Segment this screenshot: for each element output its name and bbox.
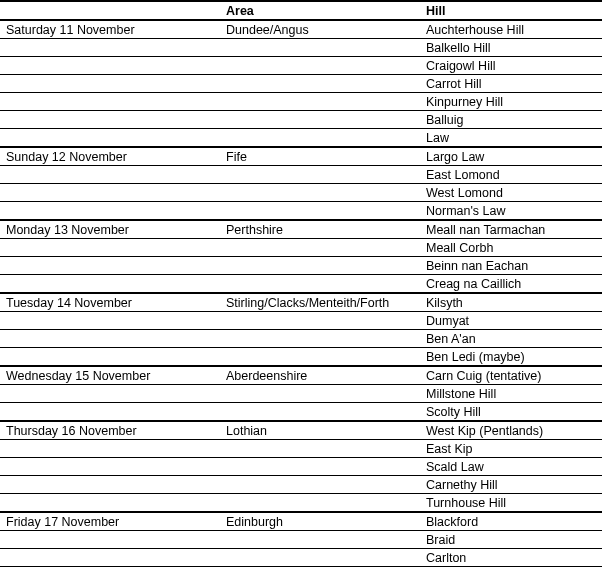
date-cell [0, 129, 220, 148]
area-cell [220, 239, 420, 257]
date-cell [0, 312, 220, 330]
date-cell [0, 239, 220, 257]
date-cell [0, 93, 220, 111]
area-cell [220, 202, 420, 221]
date-cell [0, 39, 220, 57]
area-cell: Lothian [220, 421, 420, 440]
date-cell [0, 531, 220, 549]
area-cell [220, 312, 420, 330]
date-cell [0, 403, 220, 422]
header-hill: Hill [420, 1, 602, 20]
hill-cell: Beinn nan Eachan [420, 257, 602, 275]
table-row: Sunday 12 NovemberFifeLargo Law [0, 147, 602, 166]
area-cell [220, 93, 420, 111]
table-row: Carnethy Hill [0, 476, 602, 494]
date-cell: Sunday 12 November [0, 147, 220, 166]
date-cell [0, 476, 220, 494]
area-cell [220, 494, 420, 513]
header-area: Area [220, 1, 420, 20]
hill-cell: Kilsyth [420, 293, 602, 312]
date-cell [0, 75, 220, 93]
hill-cell: Carn Cuig (tentative) [420, 366, 602, 385]
area-cell: Edinburgh [220, 512, 420, 531]
hill-cell: Meall Corbh [420, 239, 602, 257]
table-row: Creag na Caillich [0, 275, 602, 294]
area-cell: Stirling/Clacks/Menteith/Forth [220, 293, 420, 312]
hill-cell: Scolty Hill [420, 403, 602, 422]
table-row: Dumyat [0, 312, 602, 330]
header-row: Area Hill [0, 1, 602, 20]
table-row: East Kip [0, 440, 602, 458]
table-row: Law [0, 129, 602, 148]
table-row: Norman's Law [0, 202, 602, 221]
date-cell: Tuesday 14 November [0, 293, 220, 312]
date-cell [0, 549, 220, 567]
table-row: Millstone Hill [0, 385, 602, 403]
table-row: Monday 13 NovemberPerthshireMeall nan Ta… [0, 220, 602, 239]
date-cell: Thursday 16 November [0, 421, 220, 440]
hill-cell: Auchterhouse Hill [420, 20, 602, 39]
date-cell [0, 440, 220, 458]
table-row: Balkello Hill [0, 39, 602, 57]
schedule-table: Area Hill Saturday 11 NovemberDundee/Ang… [0, 0, 602, 571]
area-cell [220, 531, 420, 549]
hill-cell: Kinpurney Hill [420, 93, 602, 111]
area-cell: Aberdeenshire [220, 366, 420, 385]
date-cell [0, 385, 220, 403]
table-row: Thursday 16 NovemberLothianWest Kip (Pen… [0, 421, 602, 440]
hill-cell: West Lomond [420, 184, 602, 202]
table-row: Ben Ledi (maybe) [0, 348, 602, 367]
area-cell: Dundee/Angus [220, 20, 420, 39]
hill-cell: Craigowl Hill [420, 57, 602, 75]
table-row: Craigowl Hill [0, 57, 602, 75]
table-row: Turnhouse Hill [0, 494, 602, 513]
hill-cell: Turnhouse Hill [420, 494, 602, 513]
hill-cell: Balluig [420, 111, 602, 129]
table-row: Arthur's Seat [0, 567, 602, 572]
date-cell [0, 330, 220, 348]
hill-cell: West Kip (Pentlands) [420, 421, 602, 440]
table-row: Tuesday 14 NovemberStirling/Clacks/Mente… [0, 293, 602, 312]
area-cell [220, 549, 420, 567]
table-row: Saturday 11 NovemberDundee/AngusAuchterh… [0, 20, 602, 39]
date-cell [0, 257, 220, 275]
table-row: Carlton [0, 549, 602, 567]
area-cell [220, 385, 420, 403]
table-row: Wednesday 15 NovemberAberdeenshireCarn C… [0, 366, 602, 385]
date-cell [0, 275, 220, 294]
table-row: Scolty Hill [0, 403, 602, 422]
date-cell [0, 348, 220, 367]
date-cell: Wednesday 15 November [0, 366, 220, 385]
table-row: West Lomond [0, 184, 602, 202]
table-row: Ben A'an [0, 330, 602, 348]
table-row: Beinn nan Eachan [0, 257, 602, 275]
area-cell [220, 257, 420, 275]
hill-cell: Meall nan Tarmachan [420, 220, 602, 239]
date-cell: Friday 17 November [0, 512, 220, 531]
date-cell [0, 111, 220, 129]
area-cell [220, 275, 420, 294]
hill-cell: Ben Ledi (maybe) [420, 348, 602, 367]
hill-cell: Largo Law [420, 147, 602, 166]
area-cell [220, 57, 420, 75]
area-cell: Fife [220, 147, 420, 166]
hill-cell: Law [420, 129, 602, 148]
hill-cell: Millstone Hill [420, 385, 602, 403]
hill-cell: Blackford [420, 512, 602, 531]
area-cell [220, 567, 420, 572]
table-row: Balluig [0, 111, 602, 129]
hill-cell: East Lomond [420, 166, 602, 184]
area-cell [220, 39, 420, 57]
date-cell [0, 458, 220, 476]
hill-cell: Carlton [420, 549, 602, 567]
table-row: Kinpurney Hill [0, 93, 602, 111]
hill-cell: Balkello Hill [420, 39, 602, 57]
table-row: East Lomond [0, 166, 602, 184]
hill-cell: Ben A'an [420, 330, 602, 348]
table-row: Carrot Hill [0, 75, 602, 93]
hill-cell: East Kip [420, 440, 602, 458]
table-row: Meall Corbh [0, 239, 602, 257]
area-cell [220, 111, 420, 129]
area-cell [220, 75, 420, 93]
hill-cell: Norman's Law [420, 202, 602, 221]
